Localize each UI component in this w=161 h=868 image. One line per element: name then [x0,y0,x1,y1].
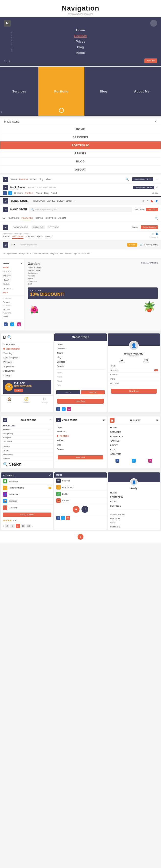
eco-item-7[interactable]: Stuff [28,283,158,285]
cp2-close[interactable]: ✕ [103,419,105,422]
cp2-blog[interactable]: Blog [54,442,107,447]
sign-up-btn[interactable]: Sign Up [81,390,105,394]
pag-18[interactable]: 18 [21,524,26,528]
nb8-wish[interactable]: 0 Items (Bold ×) [144,244,158,246]
cp2-portfolio[interactable]: Portfolio [54,434,107,438]
bp2-blog[interactable]: 🔗 BLOG [54,491,107,497]
pag-prev[interactable]: ‹ [3,524,4,528]
cp1-urban-header[interactable]: URBAN [1,445,53,449]
social-fb-icon[interactable]: f [4,60,5,63]
nb3-blog[interactable]: BLOG [66,199,72,202]
search-icon[interactable]: 🔍 [126,178,129,181]
cp1-travelling-header[interactable]: TRAVELLING [1,424,53,428]
bp3-portfolio2[interactable]: PORTFOLIO [108,517,160,521]
nb1-features[interactable]: Features [19,178,28,181]
nb5-about[interactable]: ABOUT [59,217,66,220]
nav-blog[interactable]: Blog [77,45,84,49]
share-icon[interactable]: ↗ [146,199,148,202]
mobile-nav-home[interactable]: HOME [0,125,161,133]
nb1-prices[interactable]: Prices [30,178,36,181]
ap1-trending[interactable]: Trending [1,351,53,355]
bp1-orders[interactable]: 📦 ORDERS [1,498,53,504]
cp3-prices[interactable]: PRICES [108,443,160,447]
social-tw-icon[interactable]: t [7,60,7,63]
upload-btn[interactable]: UPLOAD [146,208,158,211]
nb9-customer[interactable]: Customer Service [33,252,49,255]
mobile-nav-services[interactable]: SERVICES [0,133,161,142]
bnb-settings[interactable]: ⚙ Settings [41,397,47,403]
nb8-all[interactable]: All ▾ [11,244,15,246]
cp3-home[interactable]: HOME [108,426,160,430]
nb9-today[interactable]: Today's Deals [19,252,31,255]
close-icon[interactable]: ✕ [155,120,157,123]
cp3-blog[interactable]: BLOG [108,447,160,452]
nb9-registry[interactable]: Registry [51,252,58,255]
bp1-signup-btn[interactable]: SIGN UP NOW! [3,513,52,517]
pm-orders[interactable]: ORDERS 18 [108,368,160,373]
tw-icon[interactable]: t [8,191,12,195]
bp3-portfolio[interactable]: PORTFOLIO [108,495,160,499]
bp3-home[interactable]: HOME [108,491,160,495]
ap2-tw[interactable]: t [62,407,66,411]
nb2-about[interactable]: About [51,192,57,194]
nb5-search-icon[interactable]: 🔍 [155,217,158,220]
pm-apps[interactable]: APPS [108,377,160,381]
cp2-prices[interactable]: Prices [54,438,107,442]
ap2-fb[interactable]: f [56,407,60,411]
bp2-heart-btn[interactable]: ♥ [73,506,79,513]
cp3-services[interactable]: SERVICES [108,430,160,434]
mm-portfolio[interactable]: Portfolio [38,67,85,116]
download-btn[interactable]: DOWNLOAD FREE [132,177,153,181]
cp3-close[interactable]: ✕ [156,419,158,422]
nb6-signin[interactable]: Sign in [132,226,138,228]
ap2-portfolio[interactable]: Portfolio [54,346,107,351]
nb2-blog[interactable]: Blog [44,192,49,194]
fb-icon[interactable]: f [3,191,7,195]
bp3-blog2[interactable]: BLOG [108,521,160,525]
eco-item-4[interactable]: Planters [28,275,158,277]
eco-see-all[interactable]: SEE ALL GARDEN [141,262,158,264]
ap1-followed[interactable]: Followed [1,360,53,364]
nb7-about[interactable]: ABOUT [45,235,53,239]
ap2-ig[interactable]: ig [67,407,71,411]
bp2-tw[interactable]: t [61,516,65,520]
pag-30[interactable]: 30 [26,524,31,528]
url-link[interactable]: © www.navigapon.com [68,13,93,16]
mobile-nav-about[interactable]: ABOUT [0,166,161,174]
bp2-about[interactable]: 📤 ABOUT [54,497,107,504]
nb7-news[interactable]: NEWS [3,235,9,239]
bnb-discover[interactable]: 🧭 Discover [23,397,30,403]
nb8-search-btn[interactable]: Search [127,243,137,247]
profile-new-post[interactable]: New Post [111,389,157,394]
nb3-works[interactable]: WORKS [47,199,55,202]
mobile-nav-portfolio[interactable]: PORTFOLIO [0,142,161,150]
nb6-settings[interactable]: SETTINGS [47,225,61,229]
pag-2[interactable]: 2 [5,524,9,528]
nb1-blog[interactable]: Blog [39,178,43,181]
mm-aboutme[interactable]: About Me [123,67,161,116]
nb9-wishlist[interactable]: Wishlist [65,252,72,255]
cp2-main-btn[interactable]: Main Post [58,455,103,460]
ap1-whatsnew[interactable]: What's New [1,342,53,347]
bookmark-icon[interactable]: 🔖 [150,199,153,202]
eco-item-5[interactable]: Seeds [28,277,158,280]
ap2-about[interactable]: About [54,379,107,383]
ap1-search[interactable]: 🔍 [7,335,52,340]
ap1-superstore[interactable]: Superstore [1,364,53,369]
cp3-about[interactable]: ABOUT US [108,452,160,456]
eco-fb-icon[interactable]: f [4,322,8,327]
nb9-sell[interactable]: Sell [60,252,63,255]
nav-portfolio[interactable]: Portfolio [74,34,87,38]
hero-logo[interactable]: M [4,20,11,27]
cp3-portfolio[interactable]: PORTFOLIO [108,434,160,439]
cp1-flowers[interactable]: Flowers [1,457,53,460]
nb3-discover[interactable]: DISCOVER [33,199,45,202]
nb7-cart[interactable]: 🛒 [152,232,154,235]
sidebar-home[interactable]: HOME [0,266,25,270]
nb5-features[interactable]: FEATURES [22,217,33,220]
mobile-nav-prices[interactable]: PRICES [0,150,161,158]
cp3-awards[interactable]: AWARDS [108,439,160,443]
ap1-history[interactable]: History [1,373,53,377]
bp2-fb[interactable]: f [56,516,60,520]
nb7-prices[interactable]: PRICES [26,235,34,239]
